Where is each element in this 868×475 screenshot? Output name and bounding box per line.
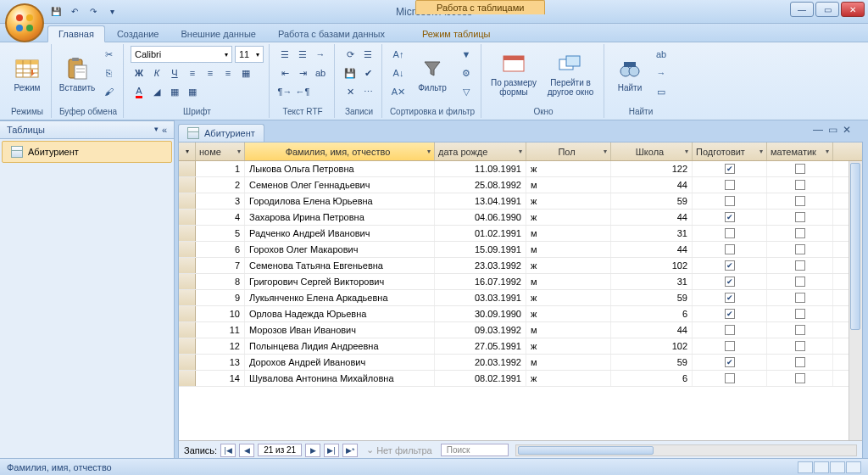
cell-prep[interactable]: ✔ — [693, 355, 767, 370]
delete-record-button[interactable]: ✕ — [342, 83, 359, 100]
navpane-header[interactable]: Таблицы ▾« — [0, 121, 174, 139]
cell-school[interactable]: 59 — [611, 355, 693, 370]
cell-school[interactable]: 6 — [611, 371, 693, 386]
record-position[interactable]: 21 из 21 — [258, 444, 302, 456]
cell-sex[interactable]: ж — [526, 290, 611, 305]
replace-button[interactable]: ab — [652, 46, 670, 63]
cell-date[interactable]: 03.03.1991 — [435, 290, 526, 305]
select-all-cell[interactable]: ▾ — [179, 142, 196, 160]
table-row[interactable]: 9Лукьянченко Елена Аркадьевна03.03.1991ж… — [179, 290, 849, 306]
cell-sex[interactable]: м — [526, 242, 611, 257]
cell-name[interactable]: Полынцева Лидия Андреевна — [245, 338, 435, 354]
vertical-scrollbar[interactable] — [849, 161, 862, 440]
switch-windows-button[interactable]: Перейти в другое окно — [542, 46, 598, 102]
cell-school[interactable]: 102 — [611, 258, 693, 273]
row-selector[interactable] — [179, 355, 196, 370]
table-row[interactable]: 7Семенова Татьяна Евгеньевна23.03.1992ж1… — [179, 258, 849, 274]
cell-math[interactable] — [767, 290, 833, 305]
new-record-nav-button[interactable]: ▶* — [342, 444, 358, 457]
first-record-button[interactable]: |◀ — [220, 444, 236, 457]
table-row[interactable]: 1Лыкова Ольга Петровна11.09.1991ж122✔ — [179, 161, 849, 177]
checkbox[interactable] — [795, 180, 805, 190]
save-icon[interactable]: 💾 — [49, 5, 63, 19]
cell-sex[interactable]: ж — [526, 210, 611, 225]
search-box[interactable]: Поиск — [441, 444, 509, 456]
clear-sort-button[interactable]: A✕ — [389, 83, 408, 100]
checkbox[interactable] — [795, 164, 805, 174]
cell-school[interactable]: 122 — [611, 161, 693, 176]
checkbox[interactable]: ✔ — [725, 293, 735, 303]
cut-button[interactable]: ✂ — [99, 46, 118, 63]
view-button[interactable]: Режим — [8, 46, 46, 102]
row-selector[interactable] — [179, 193, 196, 209]
cell-name[interactable]: Захарова Ирина Петровна — [245, 210, 435, 225]
row-selector[interactable] — [179, 322, 196, 338]
checkbox[interactable] — [725, 341, 735, 351]
paste-button[interactable]: Вставить — [58, 46, 96, 102]
maximize-button[interactable]: ▭ — [815, 2, 839, 17]
table-row[interactable]: 4Захарова Ирина Петровна04.06.1990ж44✔ — [179, 210, 849, 226]
cell-id[interactable]: 2 — [196, 177, 245, 193]
cell-prep[interactable]: ✔ — [693, 274, 767, 289]
checkbox[interactable]: ✔ — [725, 212, 735, 222]
format-painter-button[interactable]: 🖌 — [99, 83, 118, 100]
checkbox[interactable]: ✔ — [725, 309, 735, 319]
sort-desc-button[interactable]: A↓ — [389, 64, 408, 81]
row-selector[interactable] — [179, 258, 196, 273]
cell-id[interactable]: 13 — [196, 355, 245, 370]
column-header-date[interactable]: дата рожде▾ — [435, 142, 526, 160]
cell-name[interactable]: Григорович Сергей Викторович — [245, 274, 435, 289]
cell-sex[interactable]: ж — [526, 193, 611, 209]
cell-name[interactable]: Лукьянченко Елена Аркадьевна — [245, 290, 435, 305]
cell-date[interactable]: 04.06.1990 — [435, 210, 526, 225]
prev-record-button[interactable]: ◀ — [239, 444, 254, 457]
cell-date[interactable]: 13.04.1991 — [435, 193, 526, 209]
table-row[interactable]: 13Дорохов Андрей Иванович20.03.1992м59✔ — [179, 355, 849, 371]
bold-button[interactable]: Ж — [131, 64, 147, 81]
tab-external-data[interactable]: Внешние данные — [171, 26, 266, 42]
row-selector[interactable] — [179, 177, 196, 193]
column-header-id[interactable]: номе▾ — [196, 142, 245, 160]
cell-id[interactable]: 7 — [196, 258, 245, 273]
cell-school[interactable]: 31 — [611, 226, 693, 241]
row-selector[interactable] — [179, 226, 196, 241]
cell-math[interactable] — [767, 226, 833, 241]
column-header-math[interactable]: математик▾ — [767, 142, 833, 160]
find-button[interactable]: Найти — [611, 46, 648, 102]
scrollbar-thumb[interactable] — [518, 446, 654, 455]
office-button[interactable] — [5, 3, 44, 42]
cell-school[interactable]: 6 — [611, 306, 693, 321]
checkbox[interactable] — [725, 373, 735, 383]
cell-math[interactable] — [767, 338, 833, 354]
font-family-combo[interactable]: Calibri▾ — [131, 46, 232, 63]
cell-id[interactable]: 6 — [196, 242, 245, 257]
doc-close-icon[interactable]: ✕ — [843, 124, 851, 136]
italic-button[interactable]: К — [148, 64, 165, 81]
checkbox[interactable] — [795, 212, 805, 222]
cell-date[interactable]: 30.09.1990 — [435, 306, 526, 321]
cell-sex[interactable]: м — [526, 226, 611, 241]
align-left-button[interactable]: ≡ — [184, 64, 201, 81]
minimize-button[interactable]: — — [790, 2, 814, 17]
checkbox[interactable] — [795, 228, 805, 238]
cell-sex[interactable]: м — [526, 274, 611, 289]
column-header-name[interactable]: Фамилия, имя, отчество▾ — [245, 142, 435, 160]
checkbox[interactable] — [795, 357, 805, 367]
cell-prep[interactable] — [693, 193, 767, 209]
cell-name[interactable]: Семенова Татьяна Евгеньевна — [245, 258, 435, 273]
alt-fill-button[interactable]: ▦ — [166, 83, 183, 100]
row-selector[interactable] — [179, 338, 196, 354]
gridlines-button[interactable]: ▦ — [237, 64, 254, 81]
cell-math[interactable] — [767, 210, 833, 225]
refresh-button[interactable]: ⟳ — [342, 46, 359, 63]
copy-button[interactable]: ⎘ — [99, 64, 118, 81]
cell-sex[interactable]: м — [526, 177, 611, 193]
cell-date[interactable]: 11.09.1991 — [435, 161, 526, 176]
cell-prep[interactable] — [693, 322, 767, 338]
cell-id[interactable]: 9 — [196, 290, 245, 305]
checkbox[interactable] — [795, 244, 805, 254]
cell-id[interactable]: 1 — [196, 161, 245, 176]
cell-id[interactable]: 5 — [196, 226, 245, 241]
cell-date[interactable]: 16.07.1992 — [435, 274, 526, 289]
undo-icon[interactable]: ↶ — [68, 5, 81, 19]
